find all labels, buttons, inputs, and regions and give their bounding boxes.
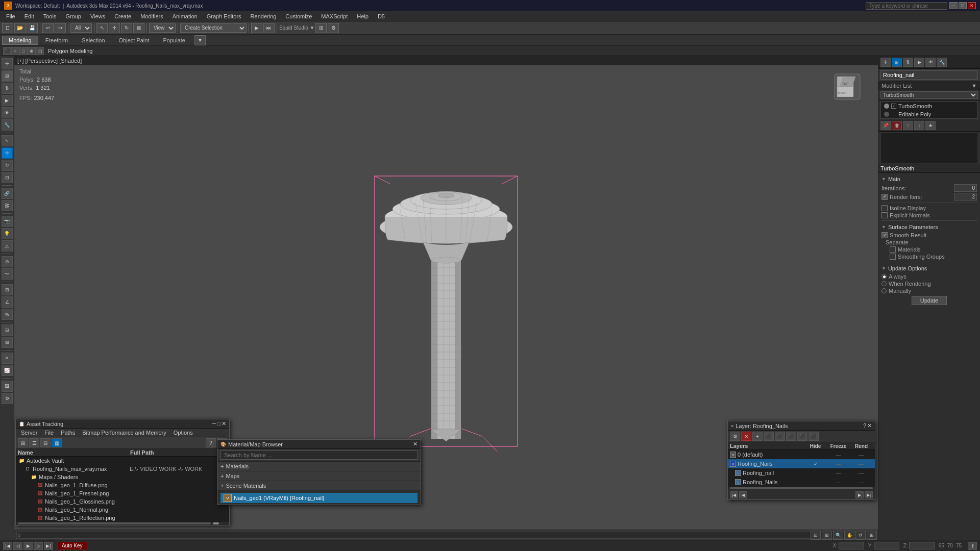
mod-tool-trash[interactable]: 🗑	[892, 121, 902, 130]
nav-cube[interactable]: TOP FRONT	[832, 71, 863, 102]
explicit-normals-row[interactable]: Explicit Normals	[881, 212, 977, 218]
materials-check[interactable]	[890, 246, 896, 253]
tb-create-sel[interactable]: Create Selection	[180, 23, 247, 33]
tb-end[interactable]: ⏭	[263, 23, 275, 33]
lw-btn7[interactable]: ⬛	[808, 432, 819, 441]
at-row-reflection[interactable]: 🖼 Nails_geo_1_Reflection.png	[16, 514, 229, 522]
z-input[interactable]	[909, 542, 935, 549]
render-iters-input[interactable]	[954, 193, 977, 201]
render-iters-check[interactable]	[881, 194, 888, 200]
tb-squid1[interactable]: ⊞	[315, 23, 327, 33]
next-key[interactable]: ▷	[34, 542, 43, 550]
tb-move[interactable]: ✛	[109, 23, 120, 33]
iterations-input[interactable]	[954, 184, 977, 192]
at-row-vault[interactable]: 📁 Autodesk Vault	[16, 457, 229, 465]
lw-btn4[interactable]: ⬛	[775, 432, 785, 441]
mod-turbsmooth[interactable]: ✓ TurboSmooth	[881, 102, 977, 110]
menu-customize[interactable]: Customize	[281, 13, 316, 20]
close-button[interactable]: ✕	[968, 2, 976, 9]
lw-help[interactable]: ?	[863, 422, 866, 429]
lw-row-default[interactable]: ≡ 0 (default) — —	[728, 450, 875, 459]
minimize-button[interactable]: ─	[949, 2, 958, 9]
sidebar-hierarchy[interactable]: ⇅	[2, 83, 13, 94]
at-tb-2[interactable]: ☰	[29, 438, 39, 447]
at-restore[interactable]: □	[217, 420, 220, 427]
tb-rotate[interactable]: ↻	[121, 23, 132, 33]
modifier-select-dropdown[interactable]: TurboSmooth	[880, 91, 978, 99]
at-row-normal[interactable]: 🖼 Nails_geo_1_Normal.png	[16, 506, 229, 514]
modifier-list-arrow[interactable]: ▼	[971, 83, 977, 89]
sidebar-render-setup[interactable]: ⚙	[2, 393, 13, 404]
sidebar-rotate[interactable]: ↻	[2, 160, 13, 171]
vp-zoom[interactable]: 🔍	[833, 531, 843, 540]
always-radio-row[interactable]: Always	[881, 273, 977, 280]
mod-editable-poly[interactable]: Editable Poly	[881, 110, 977, 118]
lw-add[interactable]: +	[752, 432, 763, 441]
lw-close[interactable]: ✕	[867, 422, 872, 429]
key-mode[interactable]: ⚷	[968, 542, 977, 550]
lw-nav-next[interactable]: ▶	[855, 491, 864, 498]
lw-row-roofing-nails[interactable]: ≡ Roofing_Nails ✓ — —	[728, 459, 875, 468]
mod-turbsmooth-eye[interactable]: ✓	[891, 104, 896, 109]
at-menu-options[interactable]: Options	[170, 429, 196, 436]
play[interactable]: ▶	[23, 542, 33, 550]
rpanel-tab-utilities[interactable]: 🔧	[937, 58, 947, 67]
tb-new[interactable]: 🗋	[2, 23, 13, 33]
menu-tools[interactable]: Tools	[39, 13, 61, 20]
at-tb-4[interactable]: ▦	[52, 438, 62, 447]
menu-views[interactable]: Views	[86, 13, 109, 20]
sidebar-select[interactable]: ↖	[2, 135, 13, 146]
animate-button[interactable]: Auto Key	[57, 542, 87, 549]
rpanel-tab-hierarchy[interactable]: ⇅	[903, 58, 913, 67]
rpanel-tab-create[interactable]: ✛	[880, 58, 891, 67]
at-row-maxfile[interactable]: 🗋 Roofing_Nails_max_vray.max E:\- VIDEO …	[16, 465, 229, 473]
manually-radio-row[interactable]: Manually	[881, 288, 977, 294]
tb-ref-coord[interactable]: View	[149, 23, 176, 33]
search-input[interactable]	[866, 2, 947, 10]
menu-rendering[interactable]: Rendering	[247, 13, 281, 20]
rpanel-tab-motion[interactable]: ▶	[914, 58, 924, 67]
always-radio[interactable]	[881, 274, 887, 279]
sidebar-move[interactable]: ✛	[2, 147, 13, 159]
tb-redo[interactable]: ↪	[55, 23, 66, 33]
sub-icon2[interactable]: ○	[11, 47, 19, 55]
sidebar-display[interactable]: 👁	[2, 107, 13, 118]
menu-modifiers[interactable]: Modifiers	[136, 13, 167, 20]
sidebar-mirror[interactable]: ⊟	[2, 324, 13, 336]
menu-d5[interactable]: D5	[374, 13, 389, 20]
at-row-diffuse[interactable]: 🖼 Nails_geo_1_Diffuse.png	[16, 481, 229, 489]
rpanel-tab-modify[interactable]: ⊞	[892, 58, 902, 67]
sidebar-snaps[interactable]: ⊞	[2, 284, 13, 295]
tab-modeling[interactable]: Modeling	[2, 36, 38, 45]
x-input[interactable]	[839, 542, 864, 549]
mod-tool-up[interactable]: ↑	[903, 121, 913, 130]
tb-undo[interactable]: ↩	[42, 23, 54, 33]
sub-icon1[interactable]: ⬛	[3, 47, 11, 55]
vp-pan[interactable]: ✋	[844, 531, 854, 540]
smoothing-groups-row[interactable]: Smoothing Groups	[886, 254, 977, 260]
timeline[interactable]: 0	[14, 530, 878, 540]
tab-extra[interactable]: ▼	[194, 35, 206, 45]
sidebar-curve-editor[interactable]: 📈	[2, 365, 13, 376]
at-row-fresnel[interactable]: 🖼 Nails_geo_1_Fresnel.png	[16, 489, 229, 497]
at-row-maps[interactable]: 📁 Maps / Shaders	[16, 473, 229, 481]
tab-selection[interactable]: Selection	[75, 36, 111, 45]
explicit-normals-check[interactable]	[881, 212, 888, 218]
smoothing-groups-check[interactable]	[890, 254, 896, 260]
menu-animation[interactable]: Animation	[168, 13, 202, 20]
at-tb-1[interactable]: ⊞	[18, 438, 28, 447]
menu-create[interactable]: Create	[110, 13, 135, 20]
tb-filter-dropdown[interactable]: All	[70, 23, 92, 33]
at-close[interactable]: ✕	[222, 420, 226, 427]
lw-nav-first[interactable]: |◀	[730, 491, 738, 498]
smooth-result-check[interactable]	[881, 232, 888, 238]
at-row-glossines[interactable]: 🖼 Nails_geo_1_Glossines.png	[16, 497, 229, 506]
lw-nav-last[interactable]: ▶|	[865, 491, 873, 498]
mb-maps-section[interactable]: + Maps	[217, 471, 421, 481]
at-scrollbar[interactable]	[16, 522, 229, 525]
sidebar-angle-snap[interactable]: ∠	[2, 296, 13, 308]
sidebar-spacewarps[interactable]: 〜	[2, 268, 13, 280]
sidebar-align[interactable]: ⊠	[2, 337, 13, 348]
at-tb-3[interactable]: ⊟	[40, 438, 51, 447]
vp-orbit[interactable]: ↺	[855, 531, 866, 540]
